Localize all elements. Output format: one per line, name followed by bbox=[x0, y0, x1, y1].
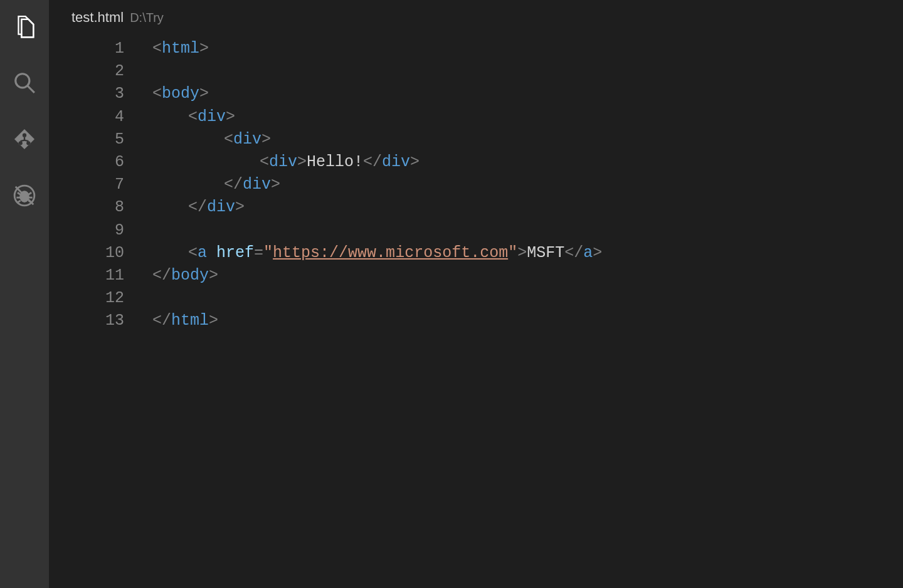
code-line[interactable]: </div> bbox=[152, 196, 903, 219]
code-line[interactable]: <body> bbox=[152, 83, 903, 105]
search-icon[interactable] bbox=[9, 68, 40, 98]
svg-point-4 bbox=[26, 141, 30, 145]
line-number: 8 bbox=[49, 196, 124, 219]
line-number: 5 bbox=[49, 129, 124, 151]
line-number-gutter: 1 2 3 4 5 6 7 8 9 10 11 12 13 bbox=[49, 38, 152, 588]
line-number: 2 bbox=[49, 60, 124, 83]
svg-line-1 bbox=[28, 86, 34, 93]
svg-point-2 bbox=[23, 134, 26, 137]
line-number: 9 bbox=[49, 219, 124, 242]
code-line[interactable]: <div> bbox=[152, 129, 903, 151]
code-line[interactable] bbox=[152, 287, 903, 310]
editor-tab[interactable]: test.html D:\Try bbox=[49, 0, 903, 35]
line-number: 4 bbox=[49, 106, 124, 129]
svg-line-7 bbox=[18, 192, 21, 194]
svg-line-11 bbox=[18, 201, 21, 202]
debug-icon[interactable] bbox=[9, 181, 40, 211]
code-line[interactable] bbox=[152, 60, 903, 83]
code-line[interactable]: <html> bbox=[152, 38, 903, 60]
activity-bar bbox=[0, 0, 49, 588]
line-number: 3 bbox=[49, 83, 124, 105]
line-number: 11 bbox=[49, 265, 124, 287]
line-number: 13 bbox=[49, 310, 124, 332]
code-line[interactable]: </body> bbox=[152, 265, 903, 287]
svg-point-0 bbox=[16, 74, 29, 88]
svg-line-8 bbox=[28, 192, 31, 194]
line-number: 1 bbox=[49, 38, 124, 60]
svg-point-3 bbox=[19, 141, 23, 145]
tab-path: D:\Try bbox=[130, 11, 164, 25]
line-number: 6 bbox=[49, 151, 124, 174]
code-line[interactable]: <div>Hello!</div> bbox=[152, 151, 903, 174]
line-number: 7 bbox=[49, 174, 124, 196]
source-control-icon[interactable] bbox=[9, 124, 40, 154]
code-line[interactable]: </html> bbox=[152, 310, 903, 332]
tab-filename: test.html bbox=[71, 9, 124, 26]
code-line[interactable]: </div> bbox=[152, 174, 903, 196]
explorer-icon[interactable] bbox=[9, 11, 40, 41]
code-line[interactable]: <div> bbox=[152, 106, 903, 129]
line-number: 10 bbox=[49, 242, 124, 265]
code-line[interactable] bbox=[152, 219, 903, 242]
code-editor[interactable]: 1 2 3 4 5 6 7 8 9 10 11 12 13 <html> <bo… bbox=[49, 35, 903, 588]
editor-area: test.html D:\Try 1 2 3 4 5 6 7 8 9 10 11… bbox=[49, 0, 903, 588]
code-line[interactable]: <a href="https://www.microsoft.com">MSFT… bbox=[152, 242, 903, 265]
code-content[interactable]: <html> <body> <div> <div> <div>Hello!</d… bbox=[152, 38, 903, 588]
line-number: 12 bbox=[49, 287, 124, 310]
